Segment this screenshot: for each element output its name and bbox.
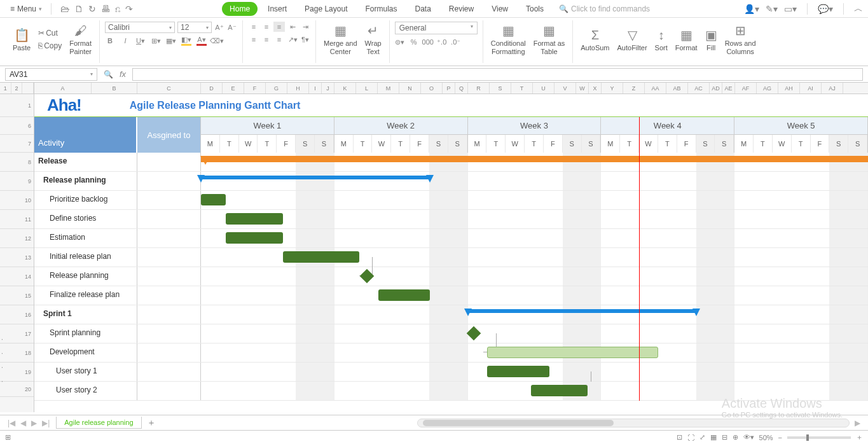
paste-button[interactable]: 📋Paste [10, 26, 33, 53]
chat-icon[interactable]: 💬▾ [818, 4, 833, 14]
col-header-Y[interactable]: Y [602, 83, 623, 94]
col-header-S[interactable]: S [490, 83, 511, 94]
tab-review[interactable]: Review [441, 2, 481, 16]
format-painter-button[interactable]: 🖌Format Painter [67, 22, 94, 57]
row-header[interactable]: 7 [0, 135, 34, 153]
col-header-A[interactable]: A [34, 83, 92, 94]
fill-button[interactable]: ▣Fill [703, 26, 720, 53]
row-header[interactable]: 15 [0, 286, 34, 305]
zoom-in-button[interactable]: ＋ [856, 433, 863, 442]
zoom-out-button[interactable]: − [778, 434, 782, 441]
align-top[interactable]: ≡ [248, 22, 259, 32]
share-icon[interactable]: ✎▾ [766, 4, 778, 14]
col-header-AF[interactable]: AF [735, 83, 757, 94]
col-header-E[interactable]: E [223, 83, 244, 94]
font-size-select[interactable]: 12▾ [177, 22, 212, 33]
comma-icon[interactable]: 000 [423, 37, 433, 47]
view-split-icon[interactable]: ⊟ [722, 433, 727, 441]
underline-button[interactable]: U▾ [135, 36, 146, 46]
row-header[interactable]: 1 [0, 94, 34, 117]
col-header-J[interactable]: J [322, 83, 334, 94]
col-header-Z[interactable]: Z [623, 83, 645, 94]
horizontal-scrollbar[interactable] [417, 419, 850, 427]
wrap-text-button[interactable]: ↵Wrap Text [362, 22, 384, 57]
row-header[interactable]: 14 [0, 267, 34, 286]
col-header-U[interactable]: U [533, 83, 555, 94]
command-search[interactable]: 🔍 Click to find commands [559, 4, 650, 13]
col-header-G[interactable]: G [266, 83, 287, 94]
col-header-F[interactable]: F [244, 83, 266, 94]
col-header-AB[interactable]: AB [666, 83, 688, 94]
col-header-AA[interactable]: AA [645, 83, 666, 94]
row-header[interactable]: 8 [0, 153, 34, 172]
scroll-thumb[interactable] [423, 420, 614, 426]
autofilter-button[interactable]: ▽AutoFilter [615, 26, 650, 53]
view-normal-icon[interactable]: ⊡ [677, 433, 682, 441]
tab-nav-last[interactable]: ▶| [39, 419, 52, 427]
gantt-bar[interactable] [201, 194, 226, 205]
col-header-R[interactable]: R [468, 83, 490, 94]
tab-formulas[interactable]: Formulas [357, 2, 404, 16]
view-fullscreen-icon[interactable]: ⛶ [687, 434, 694, 441]
row-header[interactable]: 9 [0, 172, 34, 191]
undo-icon[interactable]: ⎌ [115, 4, 120, 14]
tab-view[interactable]: View [484, 2, 516, 16]
row-header[interactable]: 13 [0, 248, 34, 267]
row-header[interactable]: 10 [0, 191, 34, 210]
copy-button[interactable]: ⎘Copy [36, 40, 64, 52]
col-header-K[interactable]: K [334, 83, 356, 94]
conditional-formatting-button[interactable]: ▦Conditional Formatting [488, 22, 528, 57]
borders-button[interactable]: ⊞▾ [151, 36, 161, 46]
align-bottom[interactable]: ≡ [273, 22, 285, 32]
col-header-M[interactable]: M [378, 83, 399, 94]
clear-format-button[interactable]: ⌫▾ [212, 36, 222, 46]
align-middle[interactable]: ≡ [261, 22, 272, 32]
tab-nav-next[interactable]: ▶ [29, 419, 39, 427]
increase-decimal-icon[interactable]: ⁺.0 [437, 37, 447, 47]
decrease-indent[interactable]: ⇤ [287, 22, 298, 32]
gantt-bar[interactable] [201, 156, 868, 162]
tab-insert[interactable]: Insert [260, 2, 294, 16]
gantt-bar[interactable] [283, 251, 359, 263]
col-header-L[interactable]: L [356, 83, 378, 94]
col-header-T[interactable]: T [511, 83, 533, 94]
tab-nav-prev[interactable]: ◀ [18, 419, 29, 427]
tab-nav-first[interactable]: |◀ [5, 419, 18, 427]
view-eye-icon[interactable]: 👁▾ [743, 433, 754, 441]
align-right[interactable]: ≡ [273, 34, 285, 45]
gantt-bar[interactable] [378, 289, 430, 301]
col-header-B[interactable]: B [92, 83, 137, 94]
gantt-bar[interactable] [487, 366, 550, 377]
format-as-table-button[interactable]: ▦Format as Table [531, 22, 568, 57]
col-header-C[interactable]: C [137, 83, 201, 94]
rows-cols-button[interactable]: ⊞Rows and Columns [722, 22, 759, 57]
view-grid-icon[interactable]: ▦ [710, 433, 717, 441]
cut-button[interactable]: ✂Cut [36, 27, 64, 39]
row-header[interactable]: 6 [0, 117, 34, 135]
print-preview-icon[interactable]: 🖶 [101, 4, 110, 14]
collapse-ribbon-icon[interactable]: ︿ [854, 3, 863, 15]
increase-font-icon[interactable]: A⁺ [214, 22, 224, 32]
col-header-H[interactable]: H [287, 83, 309, 94]
merge-center-button[interactable]: ▦Merge and Center [321, 22, 360, 57]
currency-icon[interactable]: ⊜▾ [395, 37, 405, 47]
scroll-right[interactable]: ▶ [852, 419, 863, 427]
view-expand-icon[interactable]: ⤢ [699, 433, 705, 441]
decrease-font-icon[interactable]: A⁻ [227, 22, 237, 32]
grid[interactable]: Aha! Agile Release Planning Gantt Chart … [34, 94, 868, 412]
window-icon[interactable]: ▭▾ [784, 4, 797, 14]
col-header-X[interactable]: X [589, 83, 602, 94]
tab-tools[interactable]: Tools [518, 2, 551, 16]
formula-input[interactable] [132, 68, 863, 81]
italic-button[interactable]: I [120, 36, 130, 46]
fx-icon[interactable]: fx [120, 69, 126, 79]
font-name-select[interactable]: Calibri▾ [105, 22, 175, 33]
align-center[interactable]: ≡ [261, 34, 272, 45]
cell-style-button[interactable]: ▦▾ [166, 36, 176, 46]
tab-page-layout[interactable]: Page Layout [297, 2, 355, 16]
gantt-bar[interactable] [201, 176, 430, 179]
font-color-button[interactable]: A▾ [196, 36, 207, 46]
row-header[interactable]: 12 [0, 229, 34, 248]
fill-color-button[interactable]: ◧▾ [181, 36, 191, 46]
add-sheet-button[interactable]: ＋ [147, 417, 156, 429]
